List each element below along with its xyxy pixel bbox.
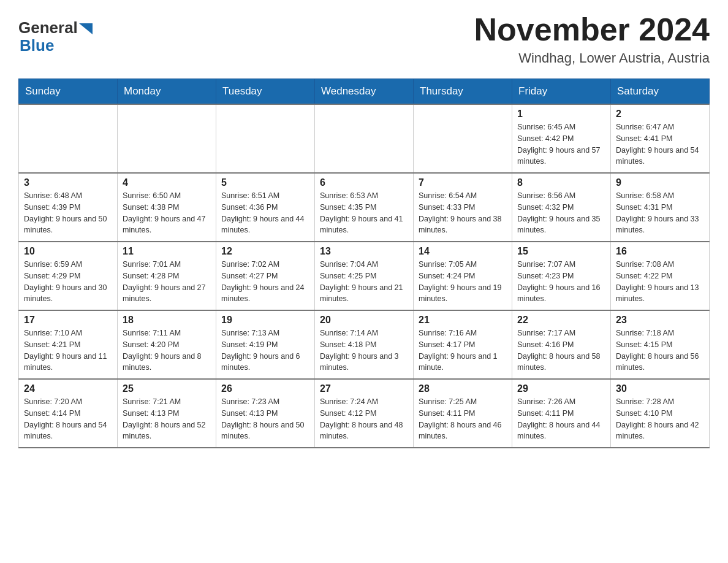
day-info: Sunrise: 7:25 AMSunset: 4:11 PMDaylight:… <box>419 396 507 442</box>
day-number: 22 <box>517 315 605 326</box>
location-title: Windhag, Lower Austria, Austria <box>474 50 710 66</box>
day-number: 19 <box>221 315 309 326</box>
day-number: 1 <box>517 109 605 120</box>
weekday-header-row: SundayMondayTuesdayWednesdayThursdayFrid… <box>19 79 710 105</box>
calendar-cell: 11Sunrise: 7:01 AMSunset: 4:28 PMDayligh… <box>118 242 216 310</box>
day-number: 30 <box>616 383 704 394</box>
day-info: Sunrise: 7:05 AMSunset: 4:24 PMDaylight:… <box>419 259 507 305</box>
day-number: 28 <box>419 383 507 394</box>
calendar-cell: 2Sunrise: 6:47 AMSunset: 4:41 PMDaylight… <box>611 104 710 173</box>
weekday-header-saturday: Saturday <box>611 79 710 105</box>
day-info: Sunrise: 6:51 AMSunset: 4:36 PMDaylight:… <box>221 190 309 236</box>
calendar-cell: 4Sunrise: 6:50 AMSunset: 4:38 PMDaylight… <box>118 173 216 242</box>
day-info: Sunrise: 7:21 AMSunset: 4:13 PMDaylight:… <box>123 396 211 442</box>
day-info: Sunrise: 7:14 AMSunset: 4:18 PMDaylight:… <box>320 327 408 373</box>
day-number: 2 <box>616 109 704 120</box>
calendar-cell <box>315 104 414 173</box>
day-info: Sunrise: 6:53 AMSunset: 4:35 PMDaylight:… <box>320 190 408 236</box>
calendar-cell: 30Sunrise: 7:28 AMSunset: 4:10 PMDayligh… <box>611 379 710 448</box>
day-number: 14 <box>419 246 507 257</box>
week-row-1: 1Sunrise: 6:45 AMSunset: 4:42 PMDaylight… <box>19 104 710 173</box>
logo-triangle-icon <box>79 23 93 34</box>
day-info: Sunrise: 7:28 AMSunset: 4:10 PMDaylight:… <box>616 396 704 442</box>
calendar-cell: 29Sunrise: 7:26 AMSunset: 4:11 PMDayligh… <box>512 379 611 448</box>
day-number: 20 <box>320 315 408 326</box>
calendar-cell: 3Sunrise: 6:48 AMSunset: 4:39 PMDaylight… <box>19 173 118 242</box>
day-info: Sunrise: 7:07 AMSunset: 4:23 PMDaylight:… <box>517 259 605 305</box>
day-number: 23 <box>616 315 704 326</box>
day-info: Sunrise: 7:26 AMSunset: 4:11 PMDaylight:… <box>517 396 605 442</box>
day-info: Sunrise: 7:10 AMSunset: 4:21 PMDaylight:… <box>24 327 112 373</box>
calendar-cell: 15Sunrise: 7:07 AMSunset: 4:23 PMDayligh… <box>512 242 611 310</box>
calendar-cell: 20Sunrise: 7:14 AMSunset: 4:18 PMDayligh… <box>315 310 414 379</box>
day-info: Sunrise: 6:50 AMSunset: 4:38 PMDaylight:… <box>123 190 211 236</box>
title-area: November 2024 Windhag, Lower Austria, Au… <box>474 12 710 66</box>
day-info: Sunrise: 7:24 AMSunset: 4:12 PMDaylight:… <box>320 396 408 442</box>
calendar-cell: 16Sunrise: 7:08 AMSunset: 4:22 PMDayligh… <box>611 242 710 310</box>
day-number: 8 <box>517 177 605 188</box>
calendar-cell: 23Sunrise: 7:18 AMSunset: 4:15 PMDayligh… <box>611 310 710 379</box>
day-info: Sunrise: 6:59 AMSunset: 4:29 PMDaylight:… <box>24 259 112 305</box>
calendar-cell: 24Sunrise: 7:20 AMSunset: 4:14 PMDayligh… <box>19 379 118 448</box>
day-number: 21 <box>419 315 507 326</box>
calendar-cell: 9Sunrise: 6:58 AMSunset: 4:31 PMDaylight… <box>611 173 710 242</box>
calendar-cell <box>414 104 512 173</box>
logo: General Blue <box>18 18 93 55</box>
calendar-cell: 1Sunrise: 6:45 AMSunset: 4:42 PMDaylight… <box>512 104 611 173</box>
calendar-cell: 28Sunrise: 7:25 AMSunset: 4:11 PMDayligh… <box>414 379 512 448</box>
logo-general-text: General <box>18 18 78 37</box>
calendar-cell: 7Sunrise: 6:54 AMSunset: 4:33 PMDaylight… <box>414 173 512 242</box>
day-number: 3 <box>24 177 112 188</box>
day-info: Sunrise: 7:01 AMSunset: 4:28 PMDaylight:… <box>123 259 211 305</box>
day-number: 9 <box>616 177 704 188</box>
weekday-header-friday: Friday <box>512 79 611 105</box>
week-row-2: 3Sunrise: 6:48 AMSunset: 4:39 PMDaylight… <box>19 173 710 242</box>
calendar-cell: 27Sunrise: 7:24 AMSunset: 4:12 PMDayligh… <box>315 379 414 448</box>
day-info: Sunrise: 6:45 AMSunset: 4:42 PMDaylight:… <box>517 121 605 167</box>
day-number: 24 <box>24 383 112 394</box>
calendar-cell <box>118 104 216 173</box>
day-number: 16 <box>616 246 704 257</box>
calendar-cell: 25Sunrise: 7:21 AMSunset: 4:13 PMDayligh… <box>118 379 216 448</box>
day-number: 15 <box>517 246 605 257</box>
calendar-cell: 8Sunrise: 6:56 AMSunset: 4:32 PMDaylight… <box>512 173 611 242</box>
day-info: Sunrise: 7:16 AMSunset: 4:17 PMDaylight:… <box>419 327 507 373</box>
day-info: Sunrise: 6:54 AMSunset: 4:33 PMDaylight:… <box>419 190 507 236</box>
calendar-table: SundayMondayTuesdayWednesdayThursdayFrid… <box>18 79 710 448</box>
day-info: Sunrise: 6:56 AMSunset: 4:32 PMDaylight:… <box>517 190 605 236</box>
calendar-cell: 26Sunrise: 7:23 AMSunset: 4:13 PMDayligh… <box>216 379 315 448</box>
calendar-cell <box>19 104 118 173</box>
day-info: Sunrise: 7:17 AMSunset: 4:16 PMDaylight:… <box>517 327 605 373</box>
calendar-cell: 13Sunrise: 7:04 AMSunset: 4:25 PMDayligh… <box>315 242 414 310</box>
day-info: Sunrise: 7:04 AMSunset: 4:25 PMDaylight:… <box>320 259 408 305</box>
calendar-cell: 19Sunrise: 7:13 AMSunset: 4:19 PMDayligh… <box>216 310 315 379</box>
calendar-cell: 10Sunrise: 6:59 AMSunset: 4:29 PMDayligh… <box>19 242 118 310</box>
day-number: 12 <box>221 246 309 257</box>
day-info: Sunrise: 7:13 AMSunset: 4:19 PMDaylight:… <box>221 327 309 373</box>
calendar-cell: 12Sunrise: 7:02 AMSunset: 4:27 PMDayligh… <box>216 242 315 310</box>
weekday-header-thursday: Thursday <box>414 79 512 105</box>
day-number: 11 <box>123 246 211 257</box>
weekday-header-tuesday: Tuesday <box>216 79 315 105</box>
page-header: General Blue November 2024 Windhag, Lowe… <box>18 12 710 66</box>
day-number: 29 <box>517 383 605 394</box>
calendar-cell: 6Sunrise: 6:53 AMSunset: 4:35 PMDaylight… <box>315 173 414 242</box>
day-info: Sunrise: 6:58 AMSunset: 4:31 PMDaylight:… <box>616 190 704 236</box>
day-number: 6 <box>320 177 408 188</box>
logo-blue-text: Blue <box>20 36 54 55</box>
day-number: 18 <box>123 315 211 326</box>
month-title: November 2024 <box>474 12 710 47</box>
calendar-cell: 22Sunrise: 7:17 AMSunset: 4:16 PMDayligh… <box>512 310 611 379</box>
svg-marker-0 <box>79 23 93 34</box>
calendar-cell: 5Sunrise: 6:51 AMSunset: 4:36 PMDaylight… <box>216 173 315 242</box>
week-row-5: 24Sunrise: 7:20 AMSunset: 4:14 PMDayligh… <box>19 379 710 448</box>
day-info: Sunrise: 7:11 AMSunset: 4:20 PMDaylight:… <box>123 327 211 373</box>
weekday-header-monday: Monday <box>118 79 216 105</box>
calendar-cell: 21Sunrise: 7:16 AMSunset: 4:17 PMDayligh… <box>414 310 512 379</box>
day-info: Sunrise: 7:18 AMSunset: 4:15 PMDaylight:… <box>616 327 704 373</box>
week-row-3: 10Sunrise: 6:59 AMSunset: 4:29 PMDayligh… <box>19 242 710 310</box>
weekday-header-sunday: Sunday <box>19 79 118 105</box>
week-row-4: 17Sunrise: 7:10 AMSunset: 4:21 PMDayligh… <box>19 310 710 379</box>
day-number: 7 <box>419 177 507 188</box>
day-number: 10 <box>24 246 112 257</box>
